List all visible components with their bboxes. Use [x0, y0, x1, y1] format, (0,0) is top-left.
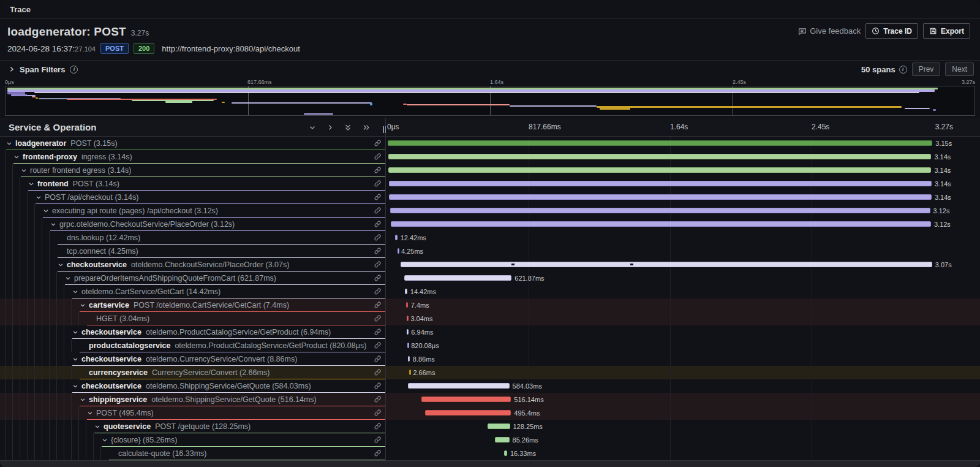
- row-expander-icon[interactable]: [72, 356, 78, 362]
- info-icon[interactable]: i: [70, 66, 78, 74]
- trace-row[interactable]: checkoutserviceoteldemo.ShippingService/…: [0, 379, 980, 393]
- span-link-icon[interactable]: [374, 260, 382, 268]
- span-link-icon[interactable]: [374, 395, 382, 403]
- trace-row[interactable]: calculate-quote (16.33ms)16.33ms: [0, 447, 980, 460]
- span-link-icon[interactable]: [374, 382, 382, 390]
- row-expander-icon[interactable]: [58, 262, 64, 268]
- trace-minimap[interactable]: [5, 86, 975, 116]
- span-link-icon[interactable]: [374, 234, 382, 241]
- span-bar[interactable]: [407, 343, 409, 348]
- span-link-icon[interactable]: [374, 247, 382, 255]
- span-link-icon[interactable]: [374, 422, 382, 430]
- span-bar[interactable]: [488, 423, 510, 429]
- prev-span-button[interactable]: Prev: [912, 63, 941, 76]
- row-expander-icon[interactable]: [36, 194, 42, 200]
- trace-row[interactable]: router frontend egress (3.14s)3.14s: [0, 164, 980, 177]
- next-span-button[interactable]: Next: [945, 63, 974, 76]
- span-bar[interactable]: [389, 181, 932, 186]
- trace-row[interactable]: HGET (3.04ms)3.04ms: [0, 312, 980, 325]
- span-link-icon[interactable]: [374, 287, 382, 295]
- span-bar[interactable]: [391, 221, 930, 227]
- trace-row[interactable]: cartservicePOST /oteldemo.CartService/Ge…: [0, 298, 980, 312]
- span-bar[interactable]: [407, 329, 409, 335]
- export-button[interactable]: Export: [923, 23, 970, 39]
- span-link-icon[interactable]: [374, 449, 382, 457]
- row-expander-icon[interactable]: [102, 437, 108, 443]
- span-bar[interactable]: [408, 356, 410, 362]
- trace-row[interactable]: POST (495.4ms)495.4ms: [0, 406, 980, 420]
- span-bar[interactable]: [388, 167, 931, 173]
- row-expander-icon[interactable]: [94, 423, 100, 430]
- span-bar[interactable]: [421, 397, 511, 402]
- span-bar[interactable]: [404, 275, 512, 281]
- span-link-icon[interactable]: [374, 436, 382, 444]
- row-expander-icon[interactable]: [72, 329, 78, 335]
- span-link-icon[interactable]: [374, 166, 382, 174]
- expand-all-icon[interactable]: [362, 124, 371, 131]
- give-feedback-link[interactable]: Give feedback: [798, 26, 861, 36]
- span-bar[interactable]: [425, 410, 511, 416]
- row-expander-icon[interactable]: [43, 208, 49, 214]
- row-expander-icon[interactable]: [72, 383, 78, 389]
- trace-row[interactable]: dns.lookup (12.42ms)12.42ms: [0, 231, 980, 245]
- trace-row[interactable]: loadgeneratorPOST (3.15s)3.15s: [0, 137, 980, 150]
- trace-row[interactable]: productcatalogserviceoteldemo.ProductCat…: [0, 339, 980, 352]
- span-link-icon[interactable]: [374, 368, 382, 376]
- trace-row[interactable]: checkoutserviceoteldemo.CurrencyService/…: [0, 352, 980, 366]
- row-expander-icon[interactable]: [80, 397, 86, 403]
- info-icon[interactable]: i: [899, 66, 907, 74]
- row-expander-icon[interactable]: [50, 221, 56, 227]
- span-bar[interactable]: [388, 140, 932, 146]
- span-bar[interactable]: [389, 194, 932, 200]
- trace-row[interactable]: oteldemo.CartService/GetCart (14.42ms)14…: [0, 285, 980, 298]
- span-link-icon[interactable]: [374, 139, 382, 147]
- trace-row[interactable]: frontendPOST (3.14s)3.14s: [0, 177, 980, 191]
- row-expander-icon[interactable]: [80, 302, 86, 308]
- trace-row[interactable]: currencyserviceCurrencyService/Convert (…: [0, 366, 980, 379]
- row-expander-icon[interactable]: [65, 275, 71, 281]
- row-expander-icon[interactable]: [28, 181, 34, 187]
- span-bar[interactable]: [504, 450, 507, 456]
- span-bar[interactable]: [405, 289, 407, 294]
- span-link-icon[interactable]: [374, 355, 382, 363]
- span-bar[interactable]: [406, 302, 408, 308]
- span-link-icon[interactable]: [374, 328, 382, 336]
- span-bar[interactable]: [395, 235, 398, 240]
- trace-row[interactable]: quoteservicePOST /getquote (128.25ms)128…: [0, 420, 980, 433]
- span-link-icon[interactable]: [374, 301, 382, 309]
- collapse-all-icon[interactable]: [344, 123, 352, 132]
- span-bar[interactable]: [398, 248, 399, 254]
- row-expander-icon[interactable]: [6, 140, 12, 146]
- trace-row[interactable]: {closure} (85.26ms)85.26ms: [0, 433, 980, 447]
- span-link-icon[interactable]: [374, 409, 382, 417]
- span-link-icon[interactable]: [374, 341, 382, 349]
- trace-row[interactable]: shippingserviceoteldemo.ShippingService/…: [0, 393, 980, 406]
- span-filters-toggle[interactable]: Span Filters i: [9, 65, 78, 74]
- span-bar[interactable]: [390, 208, 930, 213]
- trace-row[interactable]: tcp.connect (4.25ms)4.25ms: [0, 245, 980, 258]
- trace-row[interactable]: checkoutserviceoteldemo.CheckoutService/…: [0, 258, 980, 271]
- span-link-icon[interactable]: [374, 274, 382, 282]
- span-bar[interactable]: [401, 262, 932, 267]
- span-link-icon[interactable]: [374, 314, 382, 322]
- collapse-one-icon[interactable]: [309, 124, 316, 131]
- row-expander-icon[interactable]: [13, 154, 20, 160]
- trace-id-button[interactable]: Trace ID: [865, 23, 918, 39]
- span-link-icon[interactable]: [374, 220, 382, 228]
- span-link-icon[interactable]: [374, 193, 382, 201]
- trace-row[interactable]: POST /api/checkout (3.14s)3.14s: [0, 191, 980, 204]
- span-bar[interactable]: [407, 316, 409, 321]
- row-expander-icon[interactable]: [87, 410, 93, 416]
- row-expander-icon[interactable]: [21, 167, 27, 173]
- trace-row[interactable]: prepareOrderItemsAndShippingQuoteFromCar…: [0, 271, 980, 285]
- span-link-icon[interactable]: [374, 153, 382, 161]
- row-expander-icon[interactable]: [72, 289, 78, 295]
- trace-row[interactable]: executing api route (pages) /api/checkou…: [0, 204, 980, 218]
- trace-row[interactable]: frontend-proxyingress (3.14s)3.14s: [0, 150, 980, 164]
- expand-one-icon[interactable]: [326, 124, 334, 131]
- span-bar[interactable]: [388, 154, 931, 159]
- trace-row[interactable]: grpc.oteldemo.CheckoutService/PlaceOrder…: [0, 218, 980, 231]
- trace-row[interactable]: checkoutserviceoteldemo.ProductCatalogSe…: [0, 325, 980, 339]
- span-bar[interactable]: [409, 370, 411, 375]
- span-link-icon[interactable]: [374, 180, 382, 188]
